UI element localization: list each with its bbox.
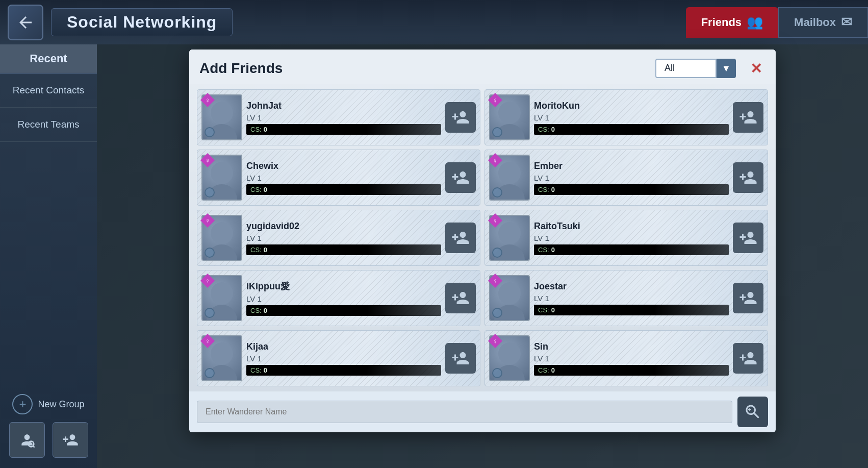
- tab-friends[interactable]: Friends 👥: [686, 7, 778, 38]
- player-card: ♀ RaitoTsuki LV 1 CS: 0: [484, 210, 768, 266]
- cs-bar: CS: 0: [534, 124, 729, 135]
- player-level: LV 1: [246, 113, 441, 122]
- add-friend-button[interactable]: [445, 162, 476, 193]
- player-card: ♀ Kijaa LV 1 CS: 0: [197, 330, 480, 386]
- search-wanderer-input[interactable]: [197, 401, 732, 423]
- filter-value[interactable]: All: [655, 59, 717, 78]
- player-level: LV 1: [534, 113, 729, 122]
- add-friend-button[interactable]: [733, 162, 763, 193]
- cs-label: CS:: [538, 246, 549, 254]
- cs-value: 0: [551, 306, 555, 314]
- avatar-head: [211, 222, 233, 244]
- cs-label: CS:: [538, 306, 549, 314]
- player-info: Kijaa LV 1 CS: 0: [246, 341, 441, 376]
- avatar-detail: [205, 248, 215, 258]
- add-friend-button[interactable]: [733, 223, 763, 253]
- player-info: Chewix LV 1 CS: 0: [246, 161, 441, 195]
- player-name: JohnJat: [246, 101, 441, 111]
- cs-value: 0: [551, 126, 555, 133]
- avatar-detail: [205, 187, 215, 198]
- modal-header: Add Friends All ▼ ✕: [189, 50, 776, 84]
- new-group-row[interactable]: + New Group: [12, 394, 84, 414]
- player-info: yugidavid02 LV 1 CS: 0: [246, 221, 441, 255]
- cs-value: 0: [264, 186, 267, 193]
- avatar-head: [211, 162, 233, 184]
- player-level: LV 1: [246, 294, 441, 303]
- avatar-head: [498, 222, 521, 244]
- add-friend-button[interactable]: [445, 283, 476, 313]
- modal-body: ♀ JohnJat LV 1 CS: 0 ♀: [189, 84, 776, 391]
- new-group-label: New Group: [38, 399, 84, 410]
- add-friend-icon: [62, 432, 79, 448]
- avatar-head: [498, 162, 521, 184]
- add-friend-button[interactable]: [733, 343, 763, 374]
- cs-bar: CS: 0: [246, 244, 441, 255]
- sidebar: Recent Recent Contacts Recent Teams + Ne…: [0, 44, 97, 468]
- gender-symbol: ♀: [493, 337, 498, 345]
- gender-symbol: ♀: [493, 157, 498, 164]
- avatar-head: [498, 102, 521, 124]
- search-icon: [744, 403, 762, 421]
- search-wanderer-button[interactable]: [737, 397, 768, 427]
- avatar-head: [498, 342, 521, 365]
- player-card: ♀ Ember LV 1 CS: 0: [484, 150, 768, 206]
- add-friend-btn-icon: [739, 229, 757, 247]
- player-info: iKippuu愛 LV 1 CS: 0: [246, 280, 441, 316]
- search-friends-button[interactable]: [9, 422, 45, 458]
- cs-label: CS:: [250, 186, 262, 193]
- main-content: Add Friends All ▼ ✕ ♀: [97, 44, 868, 468]
- gender-symbol: ♀: [205, 217, 210, 225]
- cs-bar: CS: 0: [246, 305, 441, 316]
- player-name: Ember: [534, 161, 729, 171]
- cs-bar: CS: 0: [246, 184, 441, 195]
- add-friend-button[interactable]: [445, 102, 476, 133]
- player-name: MoritoKun: [534, 101, 729, 111]
- sidebar-bottom: + New Group: [0, 384, 97, 468]
- avatar-head: [211, 342, 233, 365]
- player-name: Sin: [534, 341, 729, 352]
- cs-label: CS:: [250, 307, 262, 314]
- cs-value: 0: [264, 246, 267, 254]
- player-info: MoritoKun LV 1 CS: 0: [534, 101, 729, 135]
- add-friend-sidebar-button[interactable]: [53, 422, 88, 458]
- add-friend-button[interactable]: [445, 223, 476, 253]
- cs-label: CS:: [250, 246, 262, 254]
- player-name: Kijaa: [246, 341, 441, 352]
- add-friend-button[interactable]: [733, 283, 763, 313]
- gender-symbol: ♀: [493, 277, 498, 285]
- add-friend-btn-icon: [451, 168, 470, 187]
- avatar-detail: [205, 127, 215, 137]
- player-info: Joestar LV 1 CS: 0: [534, 281, 729, 315]
- back-button[interactable]: [8, 5, 43, 40]
- player-card: ♀ MoritoKun LV 1 CS: 0: [484, 89, 768, 145]
- cs-value: 0: [551, 246, 555, 254]
- player-info: Ember LV 1 CS: 0: [534, 161, 729, 195]
- modal-footer: [189, 391, 776, 432]
- sidebar-item-recent-contacts[interactable]: Recent Contacts: [0, 73, 97, 108]
- sidebar-item-recent-teams[interactable]: Recent Teams: [0, 108, 97, 142]
- gender-symbol: ♀: [493, 96, 498, 104]
- friends-icon: 👥: [747, 14, 763, 30]
- add-friend-button[interactable]: [445, 343, 476, 374]
- cs-value: 0: [551, 366, 555, 374]
- add-friend-btn-icon: [739, 168, 757, 187]
- player-name: Joestar: [534, 281, 729, 292]
- cs-value: 0: [264, 126, 267, 133]
- tab-mailbox[interactable]: Mailbox ✉: [778, 7, 868, 38]
- cs-bar: CS: 0: [534, 184, 729, 195]
- gender-symbol: ♀: [493, 217, 498, 225]
- gender-symbol: ♀: [205, 277, 210, 285]
- filter-arrow-button[interactable]: ▼: [717, 59, 736, 78]
- gender-symbol: ♀: [205, 157, 210, 164]
- cs-value: 0: [264, 366, 267, 374]
- modal-close-button[interactable]: ✕: [746, 59, 765, 78]
- add-friend-button[interactable]: [733, 102, 763, 133]
- cs-bar: CS: 0: [246, 124, 441, 135]
- sidebar-action-buttons: [9, 422, 88, 458]
- cs-bar: CS: 0: [534, 244, 729, 255]
- cs-bar: CS: 0: [534, 305, 729, 315]
- page-title: Social Networking: [67, 13, 217, 31]
- player-card: ♀ JohnJat LV 1 CS: 0: [197, 89, 480, 145]
- player-level: LV 1: [534, 234, 729, 242]
- top-bar-right: Friends 👥 Mailbox ✉: [686, 7, 868, 38]
